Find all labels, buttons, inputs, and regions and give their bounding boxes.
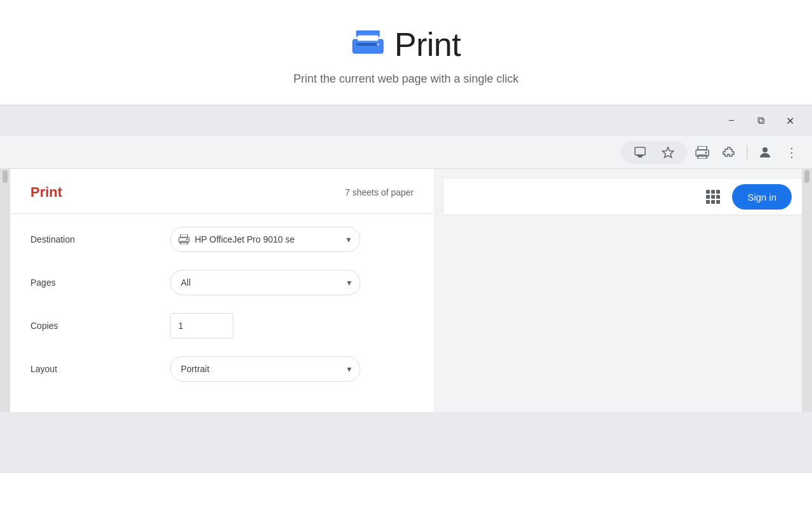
svg-marker-8 xyxy=(663,147,674,157)
profile-button[interactable] xyxy=(754,141,776,164)
print-toolbar-icon xyxy=(695,146,709,159)
svg-point-13 xyxy=(763,147,768,152)
more-button[interactable]: ⋮ xyxy=(780,141,803,164)
toolbar-divider xyxy=(747,145,747,159)
svg-rect-14 xyxy=(180,234,187,237)
svg-rect-16 xyxy=(180,241,187,244)
extensions-toolbar-button[interactable] xyxy=(717,141,740,164)
layout-select[interactable]: Portrait Landscape xyxy=(170,356,360,382)
screenshot-icon xyxy=(634,146,646,159)
below-toolbar: Print 7 sheets of paper Destination xyxy=(0,169,812,412)
pages-select-wrapper: All Custom ▾ xyxy=(170,270,360,295)
copies-row: Copies xyxy=(30,313,414,338)
copies-label: Copies xyxy=(30,321,170,331)
destination-control: HP OfficeJet Pro 9010 se ▾ xyxy=(170,227,414,252)
print-dialog-title: Print xyxy=(30,184,62,201)
extensions-icon xyxy=(723,146,735,159)
svg-rect-5 xyxy=(635,147,645,155)
top-section: Print Print the current web page with a … xyxy=(0,0,812,105)
sheets-info: 7 sheets of paper xyxy=(345,187,414,197)
toolbar-address-group xyxy=(621,141,687,164)
print-dialog-header: Print 7 sheets of paper xyxy=(10,169,434,214)
screenshot-toolbar-button[interactable] xyxy=(629,141,652,164)
layout-control: Portrait Landscape ▾ xyxy=(170,356,414,382)
pages-select[interactable]: All Custom xyxy=(170,270,360,295)
pages-row: Pages All Custom ▾ xyxy=(30,270,414,295)
destination-label: Destination xyxy=(30,234,170,244)
page-title: Print xyxy=(395,25,461,64)
layout-select-wrapper: Portrait Landscape ▾ xyxy=(170,356,360,382)
svg-rect-1 xyxy=(353,39,383,53)
left-scrollbar[interactable] xyxy=(0,169,10,412)
right-scrollbar[interactable] xyxy=(802,169,812,412)
destination-value: HP OfficeJet Pro 9010 se xyxy=(195,234,337,244)
svg-rect-4 xyxy=(358,36,378,41)
right-top-bar: Sign in xyxy=(444,179,802,215)
pages-control: All Custom ▾ xyxy=(170,270,414,295)
svg-point-12 xyxy=(705,151,707,153)
svg-rect-9 xyxy=(698,146,707,150)
restore-button[interactable]: ⧉ xyxy=(746,110,775,131)
window-controls-bar: − ⧉ ✕ xyxy=(0,105,812,136)
pages-label: Pages xyxy=(30,277,170,288)
star-icon xyxy=(662,146,674,159)
profile-icon xyxy=(757,145,773,160)
page-subtitle: Print the current web page with a single… xyxy=(293,72,518,86)
toolbar-row: ⋮ xyxy=(0,136,812,169)
destination-printer-icon xyxy=(178,234,190,244)
print-dialog: Print 7 sheets of paper Destination xyxy=(10,169,434,412)
destination-row: Destination HP OfficeJet Pro 9010 se ▾ xyxy=(30,227,414,252)
close-button[interactable]: ✕ xyxy=(775,110,804,131)
svg-rect-2 xyxy=(357,43,379,46)
svg-rect-6 xyxy=(637,155,643,156)
print-toolbar-button[interactable] xyxy=(691,141,714,164)
layout-row: Layout Portrait Landscape ▾ xyxy=(30,356,414,382)
apps-grid-icon xyxy=(706,190,720,204)
svg-rect-11 xyxy=(698,155,707,159)
sign-in-button[interactable]: Sign in xyxy=(732,184,792,210)
layout-label: Layout xyxy=(30,364,170,374)
browser-chrome: − ⧉ ✕ xyxy=(0,105,812,473)
print-icon xyxy=(351,30,384,58)
svg-point-3 xyxy=(377,43,379,46)
svg-point-17 xyxy=(187,239,188,240)
print-form: Destination HP OfficeJet Pro 9010 se ▾ xyxy=(10,214,434,412)
right-scroll-thumb xyxy=(804,170,809,183)
apps-grid-button[interactable] xyxy=(702,185,724,208)
destination-select[interactable]: HP OfficeJet Pro 9010 se ▾ xyxy=(170,227,360,252)
star-toolbar-button[interactable] xyxy=(657,141,679,164)
copies-input[interactable] xyxy=(170,313,233,338)
svg-rect-7 xyxy=(638,156,642,157)
destination-chevron-icon: ▾ xyxy=(346,234,351,244)
print-title-row: Print xyxy=(351,25,461,64)
left-scroll-thumb xyxy=(3,170,8,183)
minimize-button[interactable]: − xyxy=(717,110,746,131)
copies-control xyxy=(170,313,414,338)
right-panel: Sign in xyxy=(434,169,812,412)
